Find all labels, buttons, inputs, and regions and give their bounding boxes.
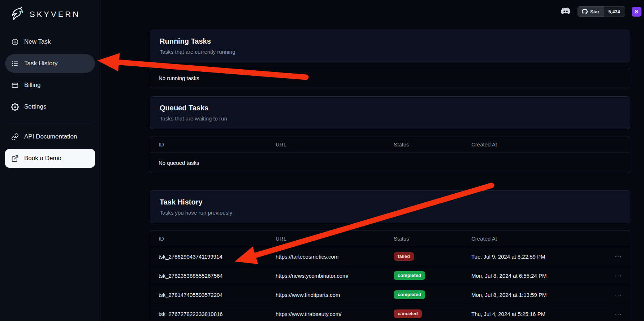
status-badge: failed bbox=[394, 252, 414, 261]
task-created-at: Tue, Jul 9, 2024 at 8:22:59 PM bbox=[471, 254, 606, 260]
queued-tasks-header: Queued Tasks Tasks that are waiting to r… bbox=[150, 96, 630, 129]
history-table-header-row: ID URL Status Created At bbox=[150, 230, 630, 247]
task-url: https://www.finditparts.com bbox=[276, 292, 394, 298]
book-a-demo-button[interactable]: Book a Demo bbox=[5, 149, 95, 168]
column-header-created-at: Created At bbox=[471, 141, 606, 148]
row-actions-button[interactable]: ⋯ bbox=[606, 252, 622, 261]
sidebar-nav-secondary: API Documentation Book a Demo bbox=[5, 127, 95, 168]
task-history-table: ID URL Status Created At tsk_27862904374… bbox=[150, 230, 630, 321]
queued-table-header-row: ID URL Status Created At bbox=[150, 136, 630, 153]
sidebar-item-task-history[interactable]: Task History bbox=[5, 54, 95, 73]
queued-tasks-table: ID URL Status Created At No queued tasks bbox=[150, 136, 630, 173]
column-header-url: URL bbox=[276, 236, 394, 242]
sidebar-item-label: Book a Demo bbox=[24, 155, 61, 162]
sidebar: SKYVERN New Task Task History Billing Se… bbox=[0, 0, 100, 321]
running-tasks-section: Running Tasks Tasks that are currently r… bbox=[150, 30, 630, 88]
task-created-at: Thu, Jul 4, 2024 at 5:25:16 PM bbox=[471, 311, 606, 317]
task-id: tsk_278235388555267564 bbox=[159, 273, 276, 279]
topbar: Star 5,434 S S bbox=[560, 5, 644, 18]
column-header-url: URL bbox=[276, 141, 394, 148]
sidebar-item-settings[interactable]: Settings bbox=[5, 97, 95, 116]
external-link-icon bbox=[11, 155, 19, 162]
task-history-title: Task History bbox=[160, 198, 621, 206]
row-actions-button[interactable]: ⋯ bbox=[606, 310, 622, 318]
gear-icon bbox=[11, 103, 19, 111]
discord-icon[interactable] bbox=[560, 7, 571, 16]
task-history-subtitle: Tasks you have run previously bbox=[160, 210, 621, 216]
sidebar-item-label: Task History bbox=[24, 60, 58, 67]
queued-tasks-title: Queued Tasks bbox=[160, 104, 621, 112]
github-star-button[interactable]: Star bbox=[578, 6, 603, 17]
app-root: { "app": { "title": "SKYVERN" }, "topbar… bbox=[0, 0, 644, 321]
running-tasks-title: Running Tasks bbox=[160, 37, 621, 45]
running-tasks-empty: No running tasks bbox=[150, 68, 630, 88]
sidebar-item-label: Billing bbox=[24, 82, 40, 89]
github-icon bbox=[582, 9, 588, 14]
list-icon bbox=[11, 60, 19, 67]
main-content: Running Tasks Tasks that are currently r… bbox=[150, 30, 630, 321]
task-id: tsk_278147405593572204 bbox=[159, 292, 276, 298]
task-history-header: Task History Tasks you have run previous… bbox=[150, 190, 630, 223]
plus-circle-icon bbox=[11, 38, 19, 46]
table-row[interactable]: tsk_278147405593572204 https://www.findi… bbox=[150, 285, 630, 304]
task-url: https://tartecosmetics.com bbox=[276, 254, 394, 260]
sidebar-divider bbox=[7, 123, 94, 123]
queued-tasks-section: Queued Tasks Tasks that are waiting to r… bbox=[150, 96, 630, 173]
app-title: SKYVERN bbox=[30, 10, 80, 19]
github-star-widget[interactable]: Star 5,434 bbox=[578, 6, 625, 17]
sidebar-item-api-documentation[interactable]: API Documentation bbox=[5, 127, 95, 146]
sidebar-nav-primary: New Task Task History Billing Settings bbox=[5, 32, 95, 116]
running-tasks-panel: No running tasks bbox=[150, 68, 630, 88]
status-badge: completed bbox=[394, 271, 425, 280]
discord-glyph bbox=[560, 7, 571, 16]
task-id: tsk_276727822333810816 bbox=[159, 311, 276, 317]
task-history-section: Task History Tasks you have run previous… bbox=[150, 190, 630, 321]
task-url: https://www.tirabeauty.com/ bbox=[276, 311, 394, 317]
table-row[interactable]: tsk_278235388555267564 https://news.ycom… bbox=[150, 266, 630, 285]
sidebar-item-label: New Task bbox=[24, 38, 51, 45]
row-actions-button[interactable]: ⋯ bbox=[606, 272, 622, 280]
column-header-id: ID bbox=[159, 236, 276, 242]
task-created-at: Mon, Jul 8, 2024 at 6:55:24 PM bbox=[471, 273, 606, 279]
task-id: tsk_278629043741199914 bbox=[159, 254, 276, 260]
sidebar-item-label: API Documentation bbox=[24, 133, 77, 140]
github-star-label: Star bbox=[590, 9, 599, 14]
column-header-status: Status bbox=[394, 236, 471, 242]
skyvern-dragon-icon bbox=[8, 6, 25, 23]
avatar-initial: S bbox=[635, 9, 638, 14]
running-tasks-header: Running Tasks Tasks that are currently r… bbox=[150, 30, 630, 62]
sidebar-item-billing[interactable]: Billing bbox=[5, 76, 95, 94]
status-badge: canceled bbox=[394, 309, 422, 318]
column-header-status: Status bbox=[394, 141, 471, 148]
sidebar-item-new-task[interactable]: New Task bbox=[5, 32, 95, 51]
running-tasks-subtitle: Tasks that are currently running bbox=[160, 49, 621, 55]
task-created-at: Mon, Jul 8, 2024 at 1:13:59 PM bbox=[471, 292, 606, 298]
user-avatar[interactable]: S bbox=[632, 7, 641, 17]
table-row[interactable]: tsk_278629043741199914 https://tartecosm… bbox=[150, 247, 630, 266]
link-icon bbox=[11, 133, 19, 141]
task-url: https://news.ycombinator.com/ bbox=[276, 273, 394, 279]
queued-tasks-subtitle: Tasks that are waiting to run bbox=[160, 115, 621, 122]
sidebar-item-label: Settings bbox=[24, 103, 46, 110]
github-star-count[interactable]: 5,434 bbox=[603, 6, 625, 17]
credit-card-icon bbox=[11, 82, 19, 89]
column-header-created-at: Created At bbox=[471, 236, 606, 242]
row-actions-button[interactable]: ⋯ bbox=[606, 291, 622, 299]
skyvern-logo[interactable]: SKYVERN bbox=[5, 0, 95, 28]
status-badge: completed bbox=[394, 290, 425, 299]
column-header-id: ID bbox=[159, 141, 276, 148]
table-row[interactable]: tsk_276727822333810816 https://www.tirab… bbox=[150, 304, 630, 321]
queued-tasks-empty: No queued tasks bbox=[150, 153, 630, 173]
